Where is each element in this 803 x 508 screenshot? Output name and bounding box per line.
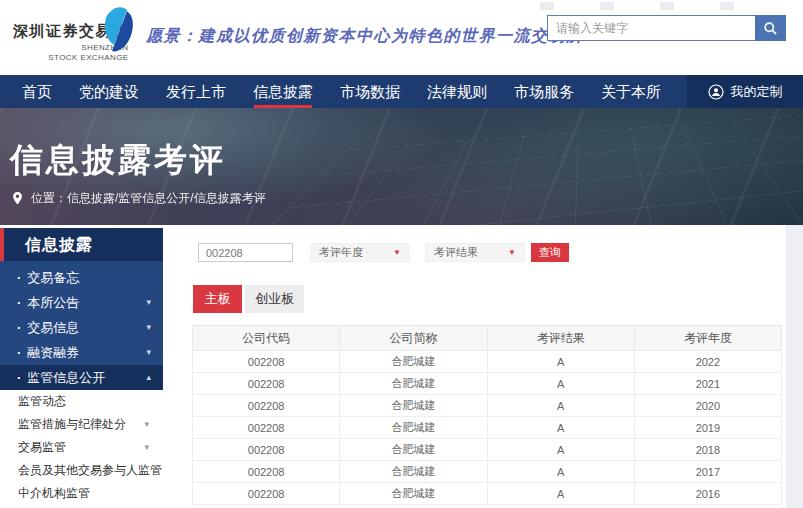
- nav-item-label: 关于本所: [601, 83, 661, 100]
- company-code-cell: 002208: [193, 417, 340, 439]
- nav-item[interactable]: 法律规则: [427, 75, 487, 108]
- board-tab[interactable]: 创业板: [245, 285, 304, 313]
- main-content: 考评年度 ▼ 考评结果 ▼ 查询 主板 创业板 公司代码 公司简称: [180, 235, 786, 508]
- sidebar-subitem[interactable]: 监管措施与纪律处分 ▾: [0, 413, 163, 436]
- nav-item-label: 首页: [22, 83, 52, 100]
- company-name-cell: 合肥城建: [340, 373, 487, 395]
- evaluation-year-cell: 2021: [634, 373, 781, 395]
- evaluation-result-cell: A: [487, 439, 634, 461]
- evaluation-results-table: 公司代码 公司简称 考评结果 考评年度 002208 合肥城建 A 2022: [192, 325, 782, 505]
- table-row[interactable]: 002208 合肥城建 A 2017: [193, 461, 782, 483]
- company-name-cell: 合肥城建: [340, 417, 487, 439]
- top-utility-strip: [540, 2, 780, 10]
- search-button[interactable]: [755, 15, 786, 41]
- nav-item-label: 发行上市: [166, 83, 226, 100]
- table-header-row: 公司代码 公司简称 考评结果 考评年度: [193, 326, 782, 351]
- table-body: 002208 合肥城建 A 2022 002208 合肥城建 A 2021 00…: [193, 351, 782, 505]
- evaluation-result-select[interactable]: 考评结果 ▼: [425, 243, 525, 262]
- evaluation-year-label: 考评年度: [319, 245, 363, 260]
- board-tabs: 主板 创业板: [193, 285, 304, 313]
- page-title: 信息披露考评: [10, 138, 226, 183]
- company-name-cell: 合肥城建: [340, 483, 487, 505]
- nav-item-label: 信息披露: [253, 83, 313, 100]
- company-code-cell: 002208: [193, 351, 340, 373]
- sidebar-item[interactable]: 交易信息 ▾: [0, 315, 163, 340]
- dropdown-caret-icon: ▼: [508, 248, 516, 257]
- my-customization-button[interactable]: 我的定制: [687, 75, 803, 108]
- sidebar-subitem[interactable]: 交易监管 ▾: [0, 436, 163, 459]
- table-row[interactable]: 002208 合肥城建 A 2021: [193, 373, 782, 395]
- sidebar-subitem[interactable]: 监管动态: [0, 390, 163, 413]
- table-header-cell: 公司简称: [340, 326, 487, 351]
- table-row[interactable]: 002208 合肥城建 A 2022: [193, 351, 782, 373]
- top-header: 深圳证券交易所 SHENZHEN STOCK EXCHANGE 愿景：建成以优质…: [0, 0, 803, 75]
- site-search: [547, 15, 786, 41]
- nav-item[interactable]: 市场数据: [340, 75, 400, 108]
- breadcrumb: 位置：信息披露/监管信息公开/信息披露考评: [11, 190, 266, 207]
- search-input[interactable]: [547, 15, 755, 41]
- evaluation-result-cell: A: [487, 395, 634, 417]
- evaluation-result-cell: A: [487, 351, 634, 373]
- table-header-cell: 考评年度: [634, 326, 781, 351]
- nav-item[interactable]: 信息披露: [253, 75, 313, 108]
- query-button[interactable]: 查询: [531, 243, 569, 262]
- evaluation-year-cell: 2016: [634, 483, 781, 505]
- nav-item[interactable]: 党的建设: [79, 75, 139, 108]
- evaluation-result-label: 考评结果: [434, 245, 478, 260]
- sidebar-item-label: 交易备忘: [27, 265, 79, 290]
- nav-item[interactable]: 发行上市: [166, 75, 226, 108]
- evaluation-year-cell: 2017: [634, 461, 781, 483]
- sidebar-submenu: 监管动态 监管措施与纪律处分 ▾ 交易监管 ▾ 会员及其他交易参与人监管 中介机…: [0, 390, 163, 505]
- table-row[interactable]: 002208 合肥城建 A 2019: [193, 417, 782, 439]
- sidebar: 信息披露 交易备忘 本所公告 ▾ 交易信息 ▾ 融资融券 ▾ 监管: [0, 228, 163, 505]
- evaluation-year-cell: 2020: [634, 395, 781, 417]
- sidebar-subitem-label: 监管措施与纪律处分: [18, 413, 126, 436]
- evaluation-year-cell: 2022: [634, 351, 781, 373]
- company-code-input[interactable]: [198, 243, 293, 262]
- sidebar-item-label: 交易信息: [27, 315, 79, 340]
- evaluation-result-cell: A: [487, 461, 634, 483]
- my-customization-label: 我的定制: [731, 83, 783, 101]
- sidebar-subitem[interactable]: 中介机构监管: [0, 482, 163, 505]
- sidebar-item[interactable]: 融资融券 ▾: [0, 340, 163, 365]
- user-circle-icon: [708, 84, 724, 100]
- chevron-icon: ▾: [146, 315, 151, 340]
- evaluation-result-cell: A: [487, 483, 634, 505]
- location-pin-icon: [11, 191, 24, 206]
- table-header-cell: 考评结果: [487, 326, 634, 351]
- hero-banner: 信息披露考评 位置：信息披露/监管信息公开/信息披露考评: [0, 108, 803, 225]
- sidebar-item-label: 监管信息公开: [27, 365, 105, 390]
- chevron-icon: ▴: [146, 365, 151, 390]
- nav-item-label: 党的建设: [79, 83, 139, 100]
- main-nav: 首页 党的建设 发行上市 信息披露 市场数据 法律规则 市场服务 关于本所: [0, 75, 803, 108]
- chevron-icon: ▾: [146, 340, 151, 365]
- nav-item-label: 法律规则: [427, 83, 487, 100]
- nav-item[interactable]: 市场服务: [514, 75, 574, 108]
- page-scroll-gutter[interactable]: [786, 225, 803, 508]
- nav-item-label: 市场数据: [340, 83, 400, 100]
- company-name-cell: 合肥城建: [340, 351, 487, 373]
- sidebar-subitem[interactable]: 会员及其他交易参与人监管: [0, 459, 163, 482]
- sidebar-menu: 交易备忘 本所公告 ▾ 交易信息 ▾ 融资融券 ▾ 监管信息公开 ▴: [0, 261, 163, 390]
- sidebar-item[interactable]: 交易备忘: [0, 265, 163, 290]
- table-row[interactable]: 002208 合肥城建 A 2020: [193, 395, 782, 417]
- evaluation-result-cell: A: [487, 417, 634, 439]
- board-tab[interactable]: 主板: [193, 285, 242, 313]
- table-row[interactable]: 002208 合肥城建 A 2016: [193, 483, 782, 505]
- company-code-cell: 002208: [193, 395, 340, 417]
- evaluation-year-cell: 2018: [634, 439, 781, 461]
- nav-item[interactable]: 关于本所: [601, 75, 661, 108]
- vision-slogan: 愿景：建成以优质创新资本中心为特色的世界一流交易所: [146, 26, 584, 47]
- table-row[interactable]: 002208 合肥城建 A 2018: [193, 439, 782, 461]
- company-code-cell: 002208: [193, 439, 340, 461]
- company-name-cell: 合肥城建: [340, 439, 487, 461]
- evaluation-year-select[interactable]: 考评年度 ▼: [310, 243, 410, 262]
- nav-item-label: 市场服务: [514, 83, 574, 100]
- sidebar-subitem-label: 会员及其他交易参与人监管: [18, 459, 162, 482]
- nav-item[interactable]: 首页: [22, 75, 52, 108]
- breadcrumb-text: 位置：信息披露/监管信息公开/信息披露考评: [31, 190, 266, 207]
- sidebar-item[interactable]: 本所公告 ▾: [0, 290, 163, 315]
- search-icon: [763, 21, 778, 36]
- sidebar-item[interactable]: 监管信息公开 ▴: [0, 365, 163, 390]
- chevron-icon: ▾: [146, 290, 151, 315]
